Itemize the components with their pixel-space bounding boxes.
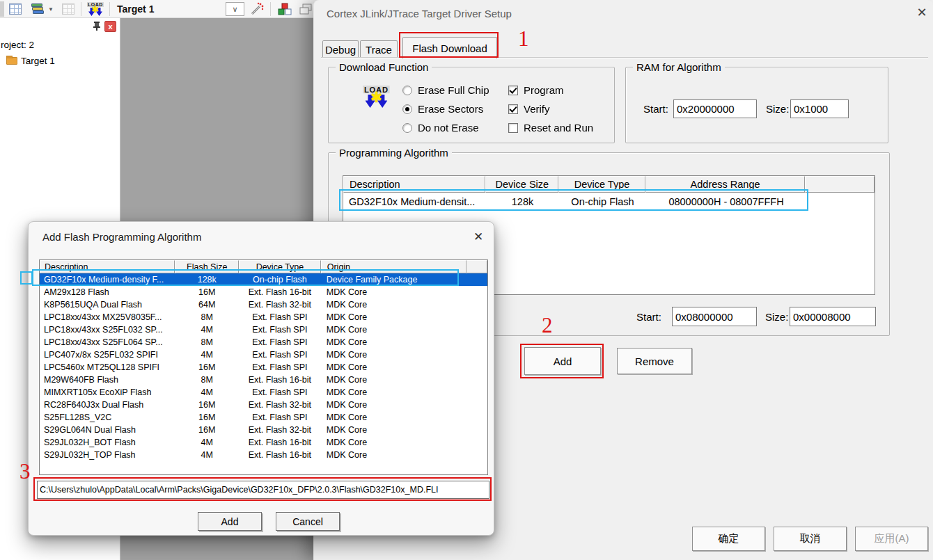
cell-flash_size: 8M (175, 312, 239, 322)
cell-origin: MDK Core (321, 325, 466, 335)
header-description[interactable]: Description (40, 260, 175, 273)
table-row[interactable]: GD32F10x Medium-densit... 128k On-chip F… (343, 193, 875, 210)
cell-device_type: Ext. Flash SPI (239, 337, 321, 347)
header-device-type[interactable]: Device Type (558, 176, 645, 193)
cell-description: S29GL064N Dual Flash (40, 425, 175, 435)
add-dialog-close-icon[interactable]: ✕ (470, 228, 487, 245)
build-icon[interactable] (7, 1, 24, 17)
cell-flash_size: 4M (175, 350, 239, 360)
flash-start-label: Start: (636, 311, 661, 323)
list-item[interactable]: RC28F640J3x Dual Flash16MExt. Flash 32-b… (40, 399, 487, 411)
load-glyph-large: LOAD ✱ (350, 86, 403, 108)
tab-flash-download[interactable]: Flash Download (402, 37, 497, 58)
list-item[interactable]: S29JL032H_BOT Flash4MExt. Flash 16-bitMD… (40, 436, 487, 449)
add-dialog-title: Add Flash Programming Algorithm (42, 231, 201, 243)
cancel-button[interactable]: 取消 (774, 527, 847, 551)
add-dialog-cancel-button[interactable]: Cancel (276, 512, 340, 531)
cell-description: M29W640FB Flash (40, 375, 175, 385)
algorithm-path-field[interactable] (37, 481, 489, 499)
project-root-label[interactable]: roject: 2 (1, 40, 34, 50)
radio-label: Erase Full Chip (418, 84, 489, 96)
rebuild-dropdown-caret[interactable]: ▼ (47, 1, 54, 17)
checkbox-icon[interactable] (508, 86, 518, 95)
list-item[interactable]: LPC18xx/43xx S25FL032 SP...4MExt. Flash … (40, 323, 487, 336)
radio-icon[interactable] (402, 86, 412, 95)
ok-button[interactable]: 确定 (692, 527, 765, 551)
target-dropdown-button[interactable]: ∨ (226, 2, 244, 16)
checkbox-reset-and-run[interactable]: Reset and Run (508, 122, 593, 134)
header-description[interactable]: Description (343, 176, 485, 193)
header-flash-size[interactable]: Flash Size (175, 260, 239, 273)
folder-icon (6, 57, 17, 65)
cell-device_type: Ext. Flash 16-bit (239, 375, 321, 385)
configure-wand-icon[interactable] (248, 1, 266, 17)
cell-origin: Device Family Package (321, 275, 466, 285)
checkbox-icon[interactable] (508, 123, 518, 133)
list-item[interactable]: S29JL032H_TOP Flash4MExt. Flash 16-bitMD… (40, 449, 487, 461)
list-item[interactable]: LPC407x/8x S25FL032 SPIFI4MExt. Flash SP… (40, 349, 487, 361)
header-origin[interactable]: Origin (321, 260, 466, 273)
list-item[interactable]: S25FL128S_V2C16MExt. Flash SPIMDK Core (40, 411, 487, 424)
pin-icon[interactable] (93, 22, 101, 31)
list-item[interactable]: K8P5615UQA Dual Flash64MExt. Flash 32-bi… (40, 298, 487, 311)
panel-close-icon[interactable]: x (104, 21, 116, 32)
radio-erase-full-chip[interactable]: Erase Full Chip (402, 84, 489, 96)
list-item[interactable]: MIMXRT105x EcoXiP Flash4MExt. Flash SPIM… (40, 386, 487, 399)
download-function-group: Download Function LOAD ✱ Erase Full Chip… (328, 67, 615, 143)
ram-legend: RAM for Algorithm (633, 61, 725, 73)
add-algorithm-dialog: Add Flash Programming Algorithm ✕ Descri… (28, 221, 494, 536)
cell-description: GD32F10x Medium-densit... (343, 196, 486, 207)
target-select[interactable]: Target 1 (117, 3, 154, 15)
list-item[interactable]: AM29x128 Flash16MExt. Flash 16-bitMDK Co… (40, 286, 487, 298)
list-item[interactable]: LPC5460x MT25QL128 SPIFI16MExt. Flash SP… (40, 361, 487, 374)
tab-debug[interactable]: Debug (322, 40, 359, 58)
flash-size-input[interactable] (790, 307, 876, 326)
radio-do-not-erase[interactable]: Do not Erase (402, 122, 479, 134)
header-device-size[interactable]: Device Size (485, 176, 558, 193)
list-item[interactable]: M29W640FB Flash8MExt. Flash 16-bitMDK Co… (40, 374, 487, 386)
checkbox-icon[interactable] (508, 104, 518, 114)
build-grid-glyph (9, 3, 22, 15)
cascade-windows-icon[interactable] (298, 1, 313, 17)
list-item[interactable]: LPC18xx/43xx S25FL064 SP...8MExt. Flash … (40, 336, 487, 349)
apply-button[interactable]: 应用(A) (855, 527, 928, 551)
dialog-title: Cortex JLink/JTrace Target Driver Setup (327, 8, 512, 19)
radio-label: Erase Sectors (418, 103, 483, 115)
cell-description: LPC5460x MT25QL128 SPIFI (40, 362, 175, 372)
cell-origin: MDK Core (321, 425, 466, 435)
radio-icon[interactable] (402, 123, 412, 133)
cell-device_type: Ext. Flash 32-bit (239, 400, 321, 410)
add-button[interactable]: Add (524, 347, 601, 375)
remove-button[interactable]: Remove (617, 348, 692, 374)
radio-icon[interactable] (402, 104, 412, 114)
header-extra (805, 176, 875, 193)
list-item[interactable]: S29GL064N Dual Flash16MExt. Flash 32-bit… (40, 424, 487, 436)
flash-size-label: Size: (765, 311, 788, 323)
checkbox-program[interactable]: Program (508, 84, 564, 96)
ram-size-input[interactable] (790, 99, 849, 118)
header-device-type[interactable]: Device Type (239, 260, 321, 273)
cell-description: S29JL032H_BOT Flash (40, 438, 175, 447)
load-icon[interactable]: LOAD ✱ (86, 1, 105, 17)
tree-item-target[interactable]: Target 1 (21, 56, 55, 66)
flash-start-input[interactable] (672, 307, 757, 326)
dialog-close-icon[interactable]: ✕ (913, 4, 931, 21)
runtime-env-icon[interactable] (275, 1, 295, 17)
list-item[interactable]: LPC18xx/43xx MX25V8035F...8MExt. Flash S… (40, 311, 487, 323)
cell-description: LPC18xx/43xx S25FL032 SP... (40, 325, 175, 335)
add-dialog-add-button[interactable]: Add (198, 512, 262, 531)
ram-start-input[interactable] (673, 99, 757, 118)
cell-flash_size: 4M (175, 387, 239, 397)
cell-origin: MDK Core (321, 450, 466, 460)
cell-description: LPC18xx/43xx MX25V8035F... (40, 312, 175, 322)
cell-device_type: On-chip Flash (239, 275, 321, 285)
header-extra (466, 260, 487, 273)
rebuild-icon[interactable] (29, 1, 46, 17)
checkbox-verify[interactable]: Verify (508, 103, 550, 115)
header-address-range[interactable]: Address Range (645, 176, 805, 193)
batch-grid-glyph (62, 3, 75, 15)
cell-origin: MDK Core (321, 300, 466, 310)
tab-trace[interactable]: Trace (360, 40, 398, 58)
list-item[interactable]: GD32F10x Medium-density F...128kOn-chip … (40, 273, 487, 286)
radio-erase-sectors[interactable]: Erase Sectors (402, 103, 483, 115)
